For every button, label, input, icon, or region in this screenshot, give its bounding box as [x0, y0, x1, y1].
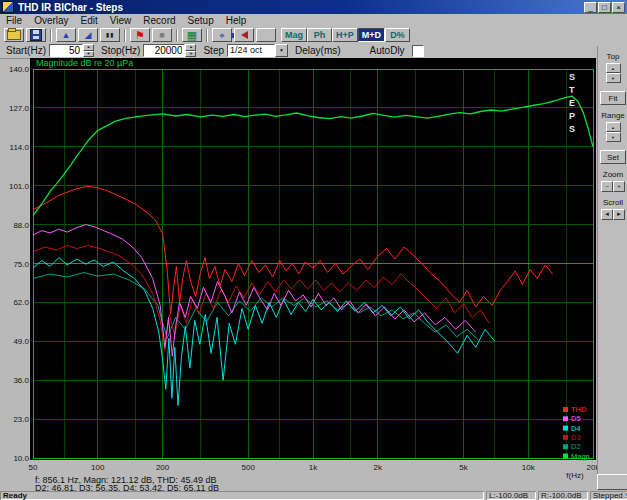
menu-overlay[interactable]: Overlay — [28, 15, 74, 27]
stop-icon: ■ — [159, 31, 164, 40]
toolbar-separator — [124, 29, 126, 42]
minimize-button[interactable]: _ — [584, 2, 597, 13]
open-button[interactable] — [4, 28, 24, 42]
status-ready: Ready — [0, 491, 484, 500]
chevron-down-icon[interactable]: ▼ — [275, 44, 288, 57]
save-icon — [30, 29, 42, 41]
legend-label: THD — [571, 405, 587, 414]
x-tick-label: 200 — [156, 463, 170, 472]
stop-hz-label: Stop(Hz) — [101, 45, 140, 56]
toolbar-separator — [50, 29, 52, 42]
sweep-button[interactable]: ◢ — [78, 28, 98, 42]
titlebar[interactable]: THD IR BlChar - Steps _ □ × — [0, 0, 627, 14]
y-tick-label: 75.0 — [13, 260, 29, 269]
marker-button[interactable]: ⌖ — [212, 28, 232, 42]
stop-hz-stepper: ▲ ▼ — [185, 44, 196, 57]
step-combo[interactable]: 1/24 oct ▼ — [227, 44, 288, 57]
spin-up-icon[interactable]: ▲ — [606, 122, 621, 132]
spin-down-icon[interactable]: ▼ — [606, 73, 621, 83]
view-m-d-button[interactable]: M+D — [358, 28, 385, 42]
scroll-right-icon[interactable]: ► — [613, 209, 625, 220]
legend-swatch — [563, 416, 568, 421]
start-hz-label: Start(Hz) — [6, 45, 46, 56]
chart-title: Magnitude dB re 20 µPa — [36, 58, 133, 68]
view-mag-button[interactable]: Mag — [281, 28, 307, 42]
window-title: THD IR BlChar - Steps — [18, 2, 123, 13]
x-tick-label: 1k — [309, 463, 318, 472]
maximize-button[interactable]: □ — [598, 2, 611, 13]
stop-measurement-button[interactable]: ■ — [152, 28, 172, 42]
y-tick-label: 101.0 — [9, 182, 30, 191]
speaker-button[interactable] — [234, 28, 254, 42]
menu-edit[interactable]: Edit — [75, 15, 104, 27]
legend-label: Magn — [571, 452, 590, 461]
y-tick-label: 88.0 — [13, 221, 29, 230]
start-measurement-button[interactable]: ⚑ — [130, 28, 150, 42]
spin-down-icon[interactable]: ▼ — [83, 51, 94, 58]
panel-footer — [597, 474, 627, 490]
view-d-percent-button[interactable]: D% — [385, 28, 410, 42]
steps-watermark: S — [569, 124, 575, 134]
x-tick-label: 5k — [459, 463, 468, 472]
blank-button[interactable] — [256, 28, 276, 42]
toolbar-main: ▲ ◢ ▮▮ ⚑ ■ ▦ ⌖ Mag Ph H+P M+D D% — [0, 27, 627, 44]
zoom-in-button[interactable]: + — [613, 181, 625, 192]
spin-down-icon[interactable]: ▼ — [606, 132, 621, 142]
generator-button[interactable]: ▲ — [56, 28, 76, 42]
zoom-buttons: – + — [601, 181, 625, 192]
range-label: Range — [601, 111, 625, 120]
close-button[interactable]: × — [612, 2, 625, 13]
menu-file[interactable]: File — [0, 15, 28, 27]
steps-watermark: E — [569, 98, 575, 108]
toolbar-separator — [206, 29, 208, 42]
scroll-buttons: ◄ ► — [601, 209, 625, 220]
x-tick-label: 50 — [29, 463, 38, 472]
spin-down-icon[interactable]: ▼ — [185, 51, 196, 58]
y-tick-label: 36.0 — [13, 376, 29, 385]
set-button[interactable]: Set — [600, 150, 626, 164]
menubar: File Overlay Edit View Record Setup Help — [0, 14, 627, 28]
autodly-checkbox[interactable] — [412, 45, 424, 57]
legend-label: D5 — [571, 414, 581, 423]
calibration-button[interactable]: ▦ — [182, 28, 202, 42]
folder-open-icon — [7, 30, 21, 40]
x-tick-label: 10k — [522, 463, 536, 472]
top-label: Top — [607, 52, 620, 61]
legend-label: D2 — [571, 442, 581, 451]
steps-watermark: T — [569, 85, 575, 95]
step-label: Step — [203, 45, 224, 56]
steps-watermark: S — [569, 72, 575, 82]
statusbar: Ready L:-100.0dB R:-100.0dB Stepped Sine… — [0, 491, 627, 500]
window-buttons: _ □ × — [584, 2, 625, 13]
magnitude-chart[interactable]: Magnitude dB re 20 µPaSTEPS140.0127.0114… — [0, 58, 597, 480]
menu-view[interactable]: View — [104, 15, 138, 27]
spin-up-icon[interactable]: ▲ — [606, 63, 621, 73]
app-icon — [2, 1, 14, 13]
save-button[interactable] — [26, 28, 46, 42]
x-tick-label: 20k — [587, 463, 597, 472]
menu-record[interactable]: Record — [137, 15, 181, 27]
stop-hz-input[interactable] — [143, 44, 185, 57]
range-stepper: ▲ ▼ — [606, 122, 621, 142]
fit-button[interactable]: Fit — [600, 91, 626, 105]
toolbar-sweep-settings: Start(Hz) ▲ ▼ Stop(Hz) ▲ ▼ Step 1/24 oct… — [0, 43, 627, 59]
view-ph-button[interactable]: Ph — [307, 28, 332, 42]
step-value: 1/24 oct — [227, 44, 275, 57]
zoom-out-button[interactable]: – — [601, 181, 613, 192]
start-hz-input[interactable] — [49, 44, 83, 57]
menu-setup[interactable]: Setup — [182, 15, 220, 27]
top-stepper: ▲ ▼ — [606, 63, 621, 83]
x-axis-label: f(Hz) — [566, 471, 584, 480]
graph-control-panel: Top ▲ ▼ Fit Range ▲ ▼ Set Zoom – + Scrol… — [597, 46, 627, 474]
play-flag-icon: ⚑ — [135, 31, 145, 40]
view-mode-group: Mag Ph H+P M+D D% — [281, 28, 410, 42]
autodly-label: AutoDly — [370, 45, 405, 56]
pause-button[interactable]: ▮▮ — [100, 28, 120, 42]
status-left-level: L:-100.0dB — [486, 491, 536, 500]
scroll-left-icon[interactable]: ◄ — [601, 209, 613, 220]
app-root: { "window": { "title": "THD IR BlChar - … — [0, 0, 627, 500]
view-h-p-button[interactable]: H+P — [332, 28, 358, 42]
menu-help[interactable]: Help — [220, 15, 253, 27]
toolbar-separator — [176, 29, 178, 42]
delay-ms-label: Delay(ms) — [295, 45, 341, 56]
